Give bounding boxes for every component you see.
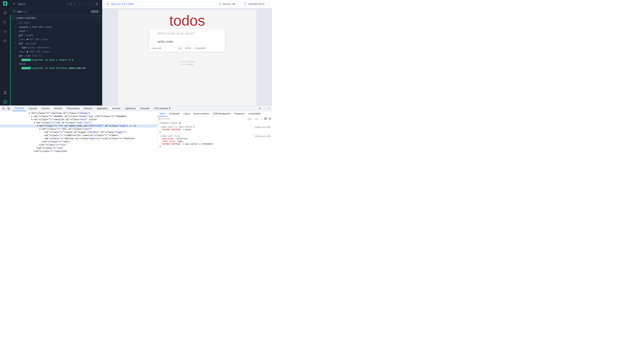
style-rule[interactable]: element.style {}	[157, 121, 272, 125]
filter-completed[interactable]: Completed	[194, 47, 207, 50]
runner-status-icon[interactable]	[3, 2, 7, 6]
style-rule[interactable]: index.css:166.todo-list li:last-child {b…	[157, 125, 272, 134]
dom-node[interactable]: </at">class="tr">section>	[0, 150, 157, 153]
computed-sidebar-icon[interactable]	[264, 118, 267, 120]
viewport-selector[interactable]: 1000x660 (87%) ⌄	[242, 2, 270, 6]
dom-node[interactable]: </at">class="tr">li>	[0, 143, 157, 146]
command-row[interactable]: 9-assert expected to have attribute data…	[11, 66, 102, 70]
test-title-row[interactable]: ✓ creates a todo item	[11, 15, 102, 21]
rule-source-link[interactable]: index.css:160	[255, 135, 271, 137]
spec-file-row[interactable]: spec.cy.js 466ms	[10, 8, 102, 15]
svg-text:cy: cy	[4, 101, 6, 103]
command-row[interactable]: (xhr) POST 201 /todos	[11, 50, 102, 54]
todo-item-row[interactable]: write code	[149, 38, 225, 45]
new-style-rule-icon[interactable]: ＋	[260, 118, 262, 120]
tab-computed[interactable]: Computed	[167, 111, 181, 116]
tab-sources[interactable]: Sources	[39, 106, 52, 111]
svg-rect-0	[4, 2, 6, 4]
tab-console[interactable]: Console	[26, 106, 39, 111]
tab-elements[interactable]: Elements	[13, 106, 26, 111]
chevron-down-icon: ⌄	[237, 3, 239, 6]
fail-count: --	[76, 2, 78, 5]
filter-all[interactable]: All	[177, 47, 182, 50]
tab-application[interactable]: Application	[94, 106, 110, 111]
dom-node[interactable]: ▼<at">class="tr">li at">data-todo-id="35…	[0, 124, 157, 128]
dom-node[interactable]: ▶<at">class="tr">header at">class="heade…	[0, 115, 157, 118]
elements-tree[interactable]: ▼<at">class="tr">section at">class="todo…	[0, 111, 157, 154]
tab-performance[interactable]: Performance	[65, 106, 82, 111]
devtools-settings-icon[interactable]: ⚙	[258, 107, 262, 110]
tab-css-overview[interactable]: CSS overview ⚗	[152, 106, 173, 111]
cls-toggle[interactable]: .cls	[254, 118, 259, 120]
tab-lighthouse[interactable]: Lighthouse	[122, 106, 138, 111]
devtools-close-icon[interactable]: ✕	[267, 107, 271, 110]
command-row[interactable]: 2visit /	[11, 29, 102, 33]
nav-runs-icon[interactable]	[3, 11, 7, 15]
keyboard-shortcuts-icon[interactable]	[3, 90, 7, 95]
tab-styles[interactable]: Styles	[157, 111, 167, 116]
flask-icon: ⚗	[168, 107, 171, 110]
tab-accessibility[interactable]: Accessibility	[247, 111, 262, 116]
toggle-sidebar-icon[interactable]	[269, 118, 271, 120]
browser-selector[interactable]: Electron 130 ⌄	[217, 2, 241, 6]
filter-active[interactable]: Active	[184, 47, 192, 50]
cypress-logo-icon[interactable]: cy	[3, 100, 7, 104]
hov-toggle[interactable]: :hov	[247, 118, 252, 120]
devtools-more-icon[interactable]: ⋮	[262, 107, 267, 110]
selector-playground-icon[interactable]	[107, 2, 109, 6]
dom-node[interactable]: <at">class="tr">label>write code</at">cl…	[0, 134, 157, 137]
nav-specs-icon[interactable]	[3, 20, 7, 24]
aut-canvas: todos write code 1 item left Al	[102, 8, 272, 106]
credits-author-link[interactable]: Evan You	[188, 61, 195, 63]
new-todo-input[interactable]	[149, 29, 225, 38]
options-button[interactable]	[87, 2, 92, 6]
tab-dom-breakpoints[interactable]: DOM Breakpoints	[211, 111, 233, 116]
dom-node[interactable]: ▼<at">class="tr">div at">class="view">	[0, 128, 157, 131]
tab-memory[interactable]: Memory	[82, 106, 94, 111]
devtools: Elements Console Sources Network Perform…	[0, 106, 272, 154]
todo-footer: 1 item left All Active Completed	[149, 45, 225, 51]
tab-properties[interactable]: Properties	[233, 111, 247, 116]
credits-project-link[interactable]: TodoMVC	[186, 64, 194, 65]
dom-node[interactable]: </at">class="tr">div>	[0, 140, 157, 143]
aut-frame: todos write code 1 item left Al	[118, 10, 256, 106]
test-section-label[interactable]: ⌄ TEST BODY	[11, 21, 102, 25]
style-rule[interactable]: index.css:160.todo-list li {position: re…	[157, 134, 272, 149]
dom-node[interactable]: <at">class="tr">input at">type="checkbox…	[0, 131, 157, 134]
nav-settings-icon[interactable]	[3, 39, 7, 43]
rule-source-link[interactable]: index.css:166	[255, 126, 271, 128]
command-row[interactable]: 7-assert expected to have a length of 1	[11, 58, 102, 62]
command-row[interactable]: 6get .todo-list li	[11, 54, 102, 58]
todo-toggle-checkbox[interactable]	[151, 40, 155, 44]
tab-recorder[interactable]: Recorder	[138, 106, 152, 111]
browser-icon	[219, 2, 221, 6]
styles-filter[interactable]: Filter	[159, 118, 245, 120]
command-row[interactable]: (xhr) GET 200 /todos	[11, 37, 102, 42]
spec-header: Specs ✓ 1 ✕ -- ⊘ --	[10, 0, 102, 8]
back-icon[interactable]	[13, 2, 16, 6]
dom-node[interactable]: </at">class="tr">ul>	[0, 146, 157, 150]
dom-node[interactable]: <at">class="tr">button at">class="destro…	[0, 137, 157, 140]
rerun-button[interactable]	[94, 2, 99, 6]
todo-item-label: write code	[157, 40, 173, 44]
tab-layout[interactable]: Layout	[181, 111, 192, 116]
inspect-element-icon[interactable]	[1, 107, 6, 110]
todos-heading: todos	[118, 13, 256, 28]
nav-debug-icon[interactable]	[3, 30, 7, 34]
styles-rules[interactable]: element.style {}index.css:166.todo-list …	[157, 121, 272, 154]
command-row[interactable]: 5-type write code{enter}	[11, 46, 102, 50]
tab-network[interactable]: Network	[52, 106, 65, 111]
url-bar[interactable]: http://127.0.0.1:3000/	[104, 2, 216, 6]
todo-count: 1 item left	[152, 47, 161, 50]
command-row[interactable]: 1request POST 200 /reset	[11, 25, 102, 29]
command-row[interactable]: 3get .loaded	[11, 33, 102, 37]
command-row[interactable]: 4get .new-todo	[11, 42, 102, 46]
device-toolbar-icon[interactable]	[6, 107, 11, 110]
tab-event-listeners[interactable]: Event Listeners	[192, 111, 211, 116]
dom-node[interactable]: ▼<at">class="tr">ul at">class="todo-list…	[0, 121, 157, 124]
dom-node[interactable]: ▼<at">class="tr">section at">class="main…	[0, 118, 157, 121]
command-row[interactable]: 8first	[11, 62, 102, 66]
dom-node[interactable]: ▼<at">class="tr">section at">class="todo…	[0, 112, 157, 115]
credits: Written by Evan You Part of TodoMVC	[118, 60, 256, 66]
tab-security[interactable]: Security	[110, 106, 122, 111]
